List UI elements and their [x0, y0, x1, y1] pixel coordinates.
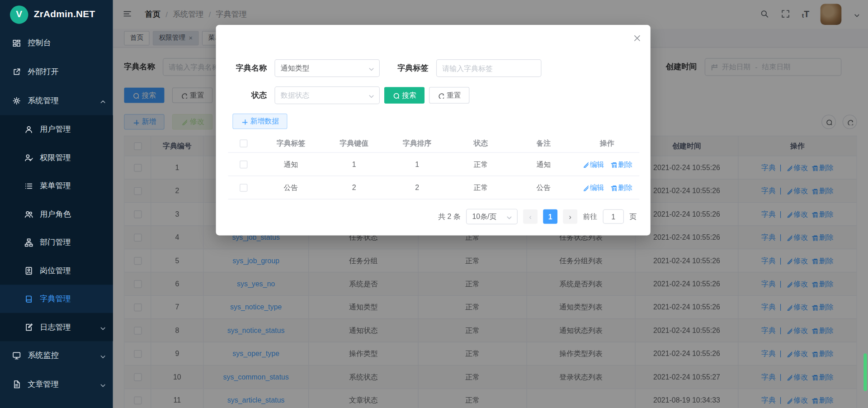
- page-size-select[interactable]: 10条/页: [466, 209, 518, 224]
- col-dict-sort: 字典排序: [385, 134, 449, 152]
- trash-icon: [610, 161, 617, 168]
- modal-search-button[interactable]: 搜索: [384, 87, 425, 104]
- delete-row-label: 删除: [618, 182, 632, 192]
- search-icon: [392, 92, 399, 99]
- modal-dict-name-label: 字典名称: [228, 63, 267, 73]
- sidebar-item-monitor[interactable]: 系统监控: [0, 341, 113, 370]
- page-size-value: 10条/页: [472, 212, 505, 222]
- sidebar-item-external[interactable]: 外部打开: [0, 57, 113, 86]
- sidebar-item-label: 控制台: [28, 38, 51, 48]
- edit-row-label: 编辑: [590, 182, 604, 192]
- table-row: 公告 2 2 正常 公告 编辑 删除: [228, 176, 639, 199]
- modal-table-body: 通知 1 1 正常 通知 编辑 删除: [228, 153, 639, 199]
- modal-reset-button[interactable]: 重置: [429, 87, 469, 104]
- sidebar-item-console[interactable]: 控制台: [0, 29, 113, 58]
- col-dict-value: 字典键值: [323, 134, 385, 152]
- sidebar-item-users[interactable]: 用户管理: [0, 115, 113, 143]
- caret-down-icon: [505, 213, 512, 220]
- dashboard-icon: [12, 39, 21, 48]
- sidebar-item-menus[interactable]: 菜单管理: [0, 172, 113, 200]
- menu-list-icon: [24, 181, 33, 190]
- edit-icon: [581, 161, 588, 168]
- col-status: 状态: [449, 134, 513, 152]
- modal-dict-label-input[interactable]: [436, 59, 542, 77]
- dict-sort-cell: 2: [385, 176, 449, 199]
- scrollbar-thumb[interactable]: [863, 353, 867, 391]
- goto-page-input[interactable]: [603, 209, 624, 224]
- modal-add-data-label: 新增数据: [250, 116, 279, 126]
- chevron-down-icon: [99, 352, 105, 359]
- next-page-button[interactable]: ›: [563, 209, 577, 224]
- chevron-down-icon: [99, 324, 105, 331]
- sidebar-item-label: 用户角色: [40, 209, 71, 219]
- goto-label: 前往: [583, 212, 597, 222]
- plus-icon: [241, 118, 248, 125]
- edit-row-link[interactable]: 编辑: [581, 182, 604, 192]
- close-icon: [633, 34, 642, 43]
- row-checkbox[interactable]: [240, 160, 247, 168]
- sidebar-item-label: 权限管理: [40, 152, 71, 162]
- app-title: ZrAdmin.NET: [34, 9, 95, 20]
- dict-value-cell: 2: [323, 176, 385, 199]
- col-dict-label: 字典标签: [259, 134, 323, 152]
- article-icon: [12, 380, 21, 389]
- sidebar-item-logs[interactable]: 日志管理: [0, 313, 113, 341]
- prev-page-button[interactable]: ‹: [523, 209, 538, 224]
- modal-dict-label-label: 字典标签: [390, 63, 429, 73]
- badge-icon: [24, 266, 33, 275]
- dict-label-cell: 公告: [259, 176, 323, 199]
- sidebar-item-label: 文章管理: [28, 380, 59, 389]
- sidebar-item-system[interactable]: 系统管理: [0, 86, 113, 115]
- dict-sort-cell: 1: [385, 153, 449, 176]
- sidebar-item-label: 岗位管理: [40, 266, 71, 275]
- sidebar-item-label: 日志管理: [40, 322, 71, 332]
- sidebar-item-label: 菜单管理: [40, 181, 71, 191]
- user-icon: [24, 125, 33, 134]
- log-icon: [24, 323, 33, 332]
- modal-add-data-button[interactable]: 新增数据: [232, 114, 287, 129]
- chevron-down-icon: [99, 381, 105, 388]
- status-cell: 正常: [449, 176, 513, 199]
- external-link-icon: [12, 67, 21, 76]
- modal-close-button[interactable]: [633, 34, 642, 44]
- modal-status-select[interactable]: 数据状态: [274, 86, 380, 104]
- remark-cell: 通知: [513, 153, 575, 176]
- page-1-button[interactable]: 1: [543, 209, 557, 224]
- modal-toolbar: 新增数据: [228, 114, 639, 129]
- modal-table-header-row: 字典标签 字典键值 字典排序 状态 备注 操作: [228, 134, 639, 153]
- operations-cell: 编辑 删除: [575, 176, 639, 199]
- sidebar-item-permissions[interactable]: 权限管理: [0, 143, 113, 171]
- app-logo[interactable]: V ZrAdmin.NET: [0, 0, 113, 29]
- delete-row-link[interactable]: 删除: [610, 159, 632, 169]
- sidebar-item-label: 用户管理: [40, 124, 71, 134]
- col-remark: 备注: [513, 134, 575, 152]
- trash-icon: [610, 184, 617, 191]
- delete-row-link[interactable]: 删除: [610, 182, 632, 192]
- sidebar-item-roles[interactable]: 用户角色: [0, 200, 113, 228]
- delete-row-label: 删除: [618, 159, 632, 169]
- refresh-icon: [437, 92, 444, 99]
- gear-icon: [12, 96, 21, 105]
- monitor-icon: [12, 351, 21, 360]
- page-suffix: 页: [629, 212, 637, 222]
- modal-dict-name-select[interactable]: 通知类型: [274, 59, 380, 77]
- sidebar-item-dictionary[interactable]: 字典管理: [0, 285, 113, 313]
- modal-reset-label: 重置: [447, 90, 461, 100]
- sidebar-item-label: 系统管理: [28, 96, 59, 106]
- dict-data-table: 字典标签 字典键值 字典排序 状态 备注 操作 通知 1 1 正常 通知: [228, 134, 639, 199]
- caret-down-icon: [367, 92, 374, 99]
- modal-select-all-checkbox[interactable]: [240, 139, 247, 147]
- modal-filter-row-1: 字典名称 通知类型 字典标签: [228, 59, 639, 77]
- edit-icon: [581, 184, 588, 191]
- modal-search-label: 搜索: [402, 90, 416, 100]
- sidebar-item-departments[interactable]: 部门管理: [0, 228, 113, 256]
- edit-row-label: 编辑: [590, 159, 604, 169]
- sidebar-item-articles[interactable]: 文章管理: [0, 370, 113, 399]
- edit-row-link[interactable]: 编辑: [581, 159, 604, 169]
- dict-data-modal: 字典名称 通知类型 字典标签 状态 数据状态 搜索: [216, 25, 651, 235]
- row-checkbox[interactable]: [240, 184, 247, 191]
- sidebar-item-posts[interactable]: 岗位管理: [0, 256, 113, 285]
- col-operations: 操作: [575, 134, 639, 152]
- table-row: 通知 1 1 正常 通知 编辑 删除: [228, 153, 639, 176]
- sidebar-item-label: 部门管理: [40, 237, 71, 247]
